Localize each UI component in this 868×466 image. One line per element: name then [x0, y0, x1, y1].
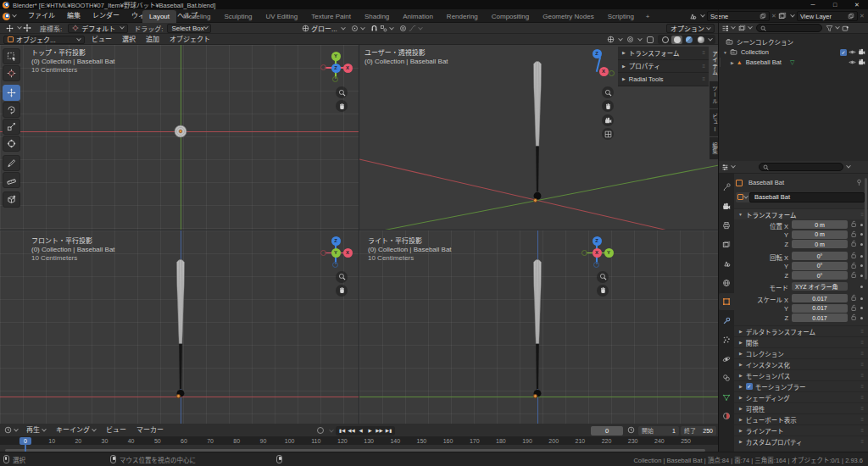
tool-tab[interactable]	[719, 179, 734, 196]
blender-menu-button[interactable]	[3, 11, 19, 21]
value-field[interactable]: 0 m	[792, 240, 848, 248]
value-field[interactable]: 0°	[792, 271, 848, 280]
workspace-tab-geometry-nodes[interactable]: Geometry Nodes	[536, 10, 600, 23]
collapsed-panel-3[interactable]: ▶インスタンス化≡	[734, 358, 868, 369]
gizmo-axis-z-neg[interactable]	[332, 262, 338, 268]
shading-rendered-button[interactable]	[695, 36, 706, 44]
animate-dot-icon[interactable]	[860, 255, 863, 258]
transform-panel-header[interactable]: ▼ トランスフォーム ≡	[734, 208, 868, 219]
animate-dot-icon[interactable]	[860, 286, 863, 288]
workspace-tab-animation[interactable]: Animation	[396, 10, 440, 23]
collapsed-panel-6[interactable]: ▶シェーディング≡	[734, 391, 868, 402]
proportional-falloff-icon[interactable]	[409, 25, 416, 32]
shading-wireframe-button[interactable]	[659, 36, 670, 44]
value-field[interactable]: 0 m	[792, 220, 848, 229]
physics-tab[interactable]	[719, 351, 734, 368]
lock-icon[interactable]	[850, 240, 858, 248]
frame-start-field[interactable]: 開始 1	[638, 426, 679, 435]
active-tool-button[interactable]	[3, 24, 15, 33]
gizmo-axis-z[interactable]: Z	[593, 236, 602, 246]
gizmos-icon[interactable]	[607, 36, 615, 43]
properties-scrollbar[interactable]	[865, 178, 867, 280]
gizmo-axis-x-neg[interactable]	[320, 250, 326, 256]
render-tab[interactable]	[719, 198, 734, 215]
new-view-layer-icon[interactable]	[848, 13, 854, 19]
rotate-tool-button[interactable]	[3, 102, 20, 118]
pan-button[interactable]	[597, 285, 609, 297]
gizmo-axis-z[interactable]: Z	[593, 49, 602, 58]
pan-button[interactable]	[336, 285, 348, 297]
view-layer-icon[interactable]	[778, 12, 787, 20]
value-field[interactable]: 0.017	[792, 313, 848, 322]
collection-checkbox[interactable]: ✓	[840, 49, 847, 56]
xray-toggle-icon[interactable]	[647, 36, 654, 43]
zoom-button[interactable]	[336, 271, 348, 283]
collapsed-panel-7[interactable]: ▶可視性≡	[734, 402, 868, 413]
current-frame-field[interactable]: 0	[591, 426, 623, 435]
lock-icon[interactable]	[850, 294, 858, 302]
pan-button[interactable]	[602, 100, 614, 112]
coord-system-dropdown[interactable]: デフォルト	[68, 24, 128, 33]
sidebar-panel-1[interactable]: ▶プロパティ≡	[618, 60, 709, 74]
animate-dot-icon[interactable]	[860, 224, 863, 226]
animate-dot-icon[interactable]	[860, 275, 863, 277]
gizmo-axis-z-neg[interactable]	[593, 262, 599, 268]
motion-blur-checkbox[interactable]: ✓	[746, 383, 753, 390]
rotation-mode-dropdown[interactable]: XYZ オイラー角	[792, 282, 848, 291]
collapsed-panel-0[interactable]: ▶デルタトランスフォーム≡	[734, 325, 868, 336]
gizmo-axis-y-neg[interactable]	[581, 250, 587, 256]
proportional-editing-icon[interactable]	[399, 25, 407, 32]
timeline-track[interactable]	[0, 445, 719, 452]
outliner-row-object[interactable]: ▶ ▲ Baseball Bat ▽	[719, 58, 868, 67]
add-cube-tool-button[interactable]	[3, 191, 20, 208]
value-field[interactable]: 0°	[792, 262, 848, 270]
scene-icon[interactable]	[688, 12, 697, 20]
snap-magnet-icon[interactable]	[370, 25, 378, 32]
viewport-quad-front[interactable]: フロント・平行投影(0) Collection | Baseball Bat10…	[0, 230, 359, 424]
object-name-input[interactable]: Baseball Bat	[749, 192, 865, 202]
expand-arrow-icon[interactable]: ▼	[723, 50, 727, 55]
properties-search-input[interactable]	[759, 163, 843, 171]
value-field[interactable]: 0 m	[792, 230, 848, 239]
workspace-tab-scripting[interactable]: Scripting	[601, 10, 641, 23]
gizmo-axis-z[interactable]: Z	[331, 64, 341, 73]
workspace-tab-uv-editing[interactable]: UV Editing	[259, 10, 304, 23]
viewport-quad-right[interactable]: ライト・平行投影(0) Collection | Baseball Bat10 …	[359, 230, 719, 424]
timeline-menu-0[interactable]: 再生	[21, 424, 51, 437]
viewport-quad-top[interactable]: トップ・平行投影(0) Collection | Baseball Bat10 …	[0, 45, 359, 230]
cursor-tool-button[interactable]	[3, 65, 20, 81]
output-tab[interactable]	[719, 217, 734, 234]
timeline-menu-1[interactable]: キーイング	[51, 424, 101, 437]
object-tab[interactable]	[719, 293, 734, 310]
value-field[interactable]: 0.017	[792, 294, 848, 302]
workspace-tab-sculpting[interactable]: Sculpting	[218, 10, 259, 23]
drag-mode-dropdown[interactable]: Select Box	[167, 24, 211, 33]
lock-icon[interactable]	[850, 252, 858, 260]
timeline-menu-2[interactable]: ビュー	[101, 424, 131, 437]
move-gizmo-button[interactable]	[21, 24, 33, 33]
lock-icon[interactable]	[850, 230, 858, 239]
workspace-tab-rendering[interactable]: Rendering	[440, 10, 485, 23]
remove-view-layer-icon[interactable]: ✕	[860, 13, 865, 19]
gizmo-axis-x[interactable]: X	[599, 67, 609, 76]
workspace-tab-texture-paint[interactable]: Texture Paint	[304, 10, 358, 23]
outliner-display-mode-icon[interactable]	[721, 25, 729, 32]
overlays-icon[interactable]	[626, 36, 634, 43]
animate-dot-icon[interactable]	[860, 317, 863, 319]
timeline-menu-3[interactable]: マーカー	[131, 424, 169, 437]
auto-keying-icon[interactable]	[317, 427, 324, 434]
collapsed-panel-1[interactable]: ▶関係≡	[734, 336, 868, 347]
scale-tool-button[interactable]	[3, 119, 20, 135]
play-reverse-button[interactable]: ◀	[356, 426, 365, 435]
workspace-tab-shading[interactable]: Shading	[358, 10, 396, 23]
constraints-tab[interactable]	[719, 369, 734, 386]
baseball-bat-front-view[interactable]	[172, 256, 189, 399]
collapsed-panel-9[interactable]: ▶ラインアート≡	[734, 424, 868, 435]
animate-dot-icon[interactable]	[860, 243, 863, 246]
add-workspace-button[interactable]: +	[641, 10, 655, 23]
gizmo-axis-y[interactable]: Y	[604, 248, 614, 258]
sidebar-panel-2[interactable]: ▶Radial Tools≡	[618, 73, 709, 86]
baseball-bat-top-view[interactable]	[174, 125, 187, 140]
lock-icon[interactable]	[850, 304, 858, 313]
gizmo-axis-y[interactable]: Y	[331, 52, 341, 61]
